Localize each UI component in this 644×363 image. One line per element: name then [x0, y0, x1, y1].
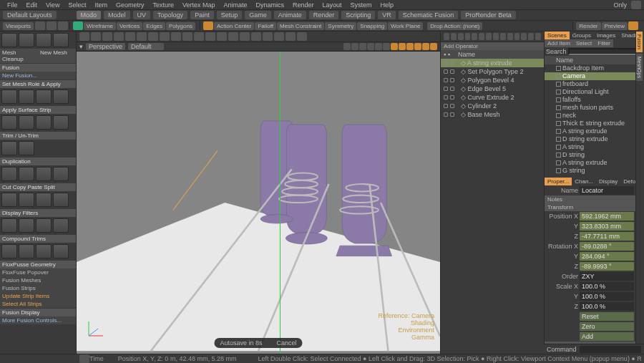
tool-tile[interactable]	[19, 244, 34, 258]
tool-tile[interactable]	[1, 141, 17, 155]
op-item[interactable]: ◇ Cylinder 2	[441, 102, 544, 110]
op-item[interactable]: ◇ Edge Bevel 5	[441, 84, 544, 93]
vp-option-icon[interactable]	[359, 43, 366, 50]
sub-btn[interactable]: Select	[573, 39, 595, 47]
tool-tile[interactable]	[19, 115, 34, 130]
default-layouts[interactable]: Default Layouts	[3, 11, 57, 19]
tb-icon[interactable]	[91, 32, 101, 41]
tab[interactable]: Scenes	[545, 32, 570, 39]
item-tree[interactable]: Backdrop Item Camera fretboard Direction…	[545, 64, 635, 175]
tb-icon[interactable]	[35, 21, 45, 30]
vp-option-icon[interactable]	[422, 43, 429, 50]
tb-icon[interactable]	[297, 32, 307, 41]
scene-item[interactable]: neck	[545, 112, 635, 120]
falloff-btn[interactable]: Falloff	[255, 22, 276, 30]
vp-option-icon[interactable]	[414, 43, 421, 50]
menu-item[interactable]: Animate	[219, 1, 251, 9]
tb-icon[interactable]	[171, 32, 181, 41]
tool-tile[interactable]	[53, 167, 69, 181]
snapping-btn[interactable]: Snapping	[357, 22, 387, 30]
tab[interactable]: Display	[596, 178, 620, 185]
tb-icon[interactable]	[205, 32, 215, 41]
menu-item[interactable]: System	[346, 1, 376, 9]
layout-tab[interactable]: Topology	[153, 11, 187, 19]
op-item[interactable]: ◇ Base Mesh	[441, 110, 544, 119]
sub-btn[interactable]: Filter	[595, 39, 613, 47]
menu-item[interactable]: Vertex Map	[178, 1, 220, 9]
tab[interactable]: Images	[594, 32, 618, 39]
tool-tile[interactable]	[36, 218, 52, 233]
scale-z-field[interactable]: 100.0 %	[580, 302, 634, 311]
tb-icon[interactable]	[79, 32, 89, 41]
viewport-type[interactable]: Perspective	[86, 43, 125, 50]
meshops-tab[interactable]: MeshOps	[636, 54, 643, 81]
tb-icon[interactable]	[102, 32, 112, 41]
action-center-btn[interactable]: Action Center	[214, 22, 254, 30]
scene-item[interactable]: Thick E string extrude	[545, 120, 635, 127]
tool-tile[interactable]	[1, 115, 17, 130]
tool-tile[interactable]	[19, 33, 34, 47]
vp-option-icon[interactable]	[343, 43, 351, 50]
layout-tab[interactable]: Game	[245, 11, 271, 19]
polygons-btn[interactable]: Polygons	[166, 22, 195, 30]
tab[interactable]: Defor...	[620, 178, 635, 185]
drop-action-btn[interactable]: Drop Action: (none)	[427, 22, 482, 30]
layout-tab[interactable]: VR	[378, 11, 396, 19]
vp-menu-icon[interactable]: ▾	[79, 43, 83, 50]
tb-icon[interactable]	[514, 33, 520, 40]
vp-option-icon[interactable]	[383, 43, 390, 50]
vp-option-icon[interactable]	[391, 43, 398, 50]
layout-tab[interactable]: Paint	[190, 11, 214, 19]
tool-tile[interactable]	[36, 167, 52, 181]
scale-y-field[interactable]: 100.0 %	[580, 292, 634, 301]
tb-icon[interactable]	[528, 33, 534, 40]
menu-item[interactable]: Texture	[148, 1, 178, 9]
section-item[interactable]: FloxFuse Popover	[0, 268, 76, 276]
tb-icon[interactable]	[286, 32, 296, 41]
tool-tile[interactable]	[53, 244, 69, 258]
section-item[interactable]: Select All Strips	[0, 300, 76, 308]
tb-icon[interactable]	[535, 33, 541, 40]
tb-icon[interactable]	[137, 32, 147, 41]
tool-tile[interactable]	[1, 244, 17, 258]
search-input[interactable]	[568, 48, 635, 55]
preview-btn[interactable]: Preview	[602, 22, 628, 30]
tool-tile[interactable]	[36, 33, 52, 47]
pos-x-field[interactable]: 592.1962 mm	[580, 212, 634, 221]
layout-tab[interactable]: Modo	[77, 11, 102, 19]
tb-icon[interactable]	[251, 32, 261, 41]
tool-tile[interactable]	[19, 141, 34, 155]
tb-icon[interactable]	[217, 32, 227, 41]
tool-tile[interactable]	[1, 89, 17, 104]
vp-option-icon[interactable]	[430, 43, 437, 50]
tb-icon[interactable]	[194, 32, 204, 41]
vp-option-icon[interactable]	[351, 43, 358, 50]
vp-option-icon[interactable]	[399, 43, 406, 50]
tool-tile[interactable]	[1, 33, 17, 47]
render-btn[interactable]: Render	[576, 22, 600, 30]
vp-option-icon[interactable]	[367, 43, 374, 50]
pos-z-field[interactable]: -47.7711 mm	[580, 232, 634, 241]
pos-y-field[interactable]: 323.8303 mm	[580, 222, 634, 231]
layout-tab[interactable]: Render	[309, 11, 339, 19]
action-icon[interactable]	[203, 21, 213, 30]
name-field[interactable]: Locator	[580, 186, 634, 195]
layout-tab[interactable]: UV	[133, 11, 151, 19]
scale-x-field[interactable]: 100.0 %	[580, 282, 634, 291]
menu-item[interactable]: Select	[64, 1, 90, 9]
menu-right[interactable]: Only	[609, 1, 631, 9]
scene-item[interactable]: A string extrude	[545, 127, 635, 135]
symmetry-btn[interactable]: Symmetry	[325, 22, 356, 30]
command-input[interactable]	[580, 346, 641, 353]
zero-btn[interactable]: Zero	[580, 322, 634, 331]
axis-gizmo[interactable]	[85, 318, 107, 339]
rot-y-field[interactable]: 284.094 °	[580, 252, 634, 261]
menu-item[interactable]: Dynamics	[252, 1, 289, 9]
tb-icon[interactable]	[444, 33, 449, 40]
layout-tab[interactable]: ProRender Beta	[461, 11, 516, 19]
tb-icon[interactable]	[521, 33, 527, 40]
new-fusion-btn[interactable]: New Fusion...	[0, 72, 76, 79]
add-operator-btn[interactable]: Add Operator	[441, 42, 544, 50]
order-field[interactable]: ZXY	[580, 272, 634, 281]
section-item[interactable]: Fusion Meshes	[0, 276, 76, 284]
